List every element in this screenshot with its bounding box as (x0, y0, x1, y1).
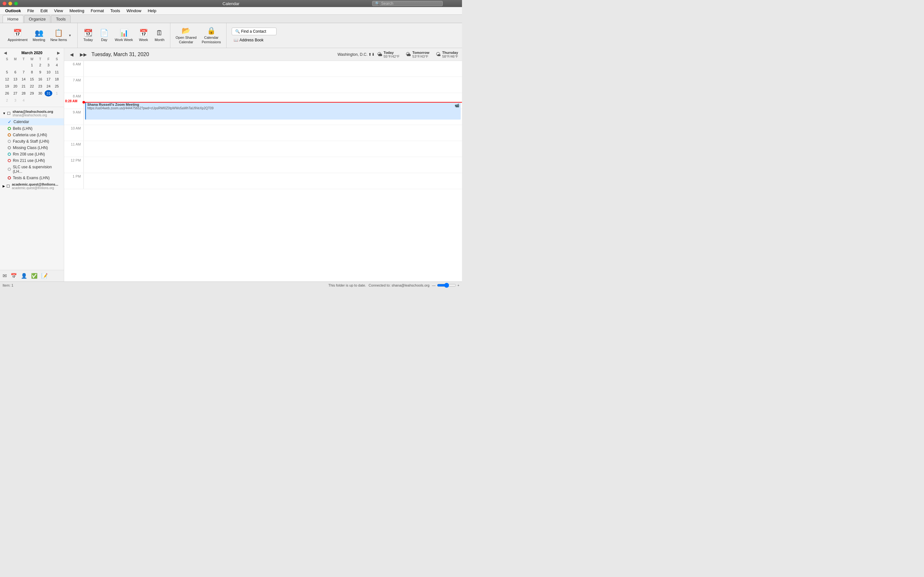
account-checkbox[interactable]: ☐ (6, 184, 10, 189)
mini-cal-prev[interactable]: ◀ (3, 51, 8, 55)
mini-cal-day[interactable]: 11 (53, 69, 61, 75)
calendar-icon[interactable]: 📅 (11, 273, 17, 279)
mini-cal-day[interactable] (11, 62, 19, 68)
mini-cal-day[interactable] (3, 62, 11, 68)
time-slot[interactable] (83, 61, 462, 77)
calendar-item[interactable]: ✓ Calendar (0, 118, 64, 125)
mini-cal-day[interactable]: 10 (45, 69, 52, 75)
zoom-out-icon[interactable]: — (432, 284, 436, 287)
menu-edit[interactable]: Edit (38, 8, 50, 14)
menu-help[interactable]: Help (145, 8, 159, 14)
time-slot[interactable] (83, 157, 462, 173)
cal-prev-btn[interactable]: ◀ (68, 51, 75, 58)
mini-cal-day[interactable]: 8 (28, 69, 36, 75)
time-slot[interactable] (83, 77, 462, 93)
mini-cal-day[interactable]: 30 (36, 90, 44, 97)
zoom-slider[interactable]: — + (432, 283, 459, 288)
mini-cal-day[interactable]: 16 (36, 76, 44, 82)
maximize-button[interactable] (14, 2, 18, 5)
time-slot[interactable] (83, 125, 462, 141)
day-button[interactable]: 📄 Day (96, 25, 112, 46)
tasks-icon[interactable]: ✅ (31, 273, 37, 279)
mini-cal-day[interactable]: 19 (3, 83, 11, 89)
notes-icon[interactable]: 📝 (41, 273, 48, 279)
mini-cal-day[interactable]: 3 (11, 97, 19, 103)
mini-cal-day[interactable]: 17 (45, 76, 52, 82)
mini-cal-day[interactable] (36, 97, 44, 103)
menu-file[interactable]: File (25, 8, 37, 14)
open-shared-calendar-button[interactable]: 📂 Open SharedCalendar (173, 25, 199, 46)
minimize-button[interactable] (8, 2, 12, 5)
new-items-chevron[interactable]: ▼ (68, 32, 72, 39)
work-week-button[interactable]: 📊 Work Week (112, 25, 136, 46)
calendar-item[interactable]: Missing Class (LHN) (0, 145, 64, 151)
mini-cal-day[interactable]: 13 (11, 76, 19, 82)
time-slot[interactable] (83, 141, 462, 157)
mini-cal-day[interactable]: 15 (28, 76, 36, 82)
close-button[interactable] (3, 2, 6, 5)
mini-cal-day[interactable]: 5 (3, 69, 11, 75)
menu-tools[interactable]: Tools (108, 8, 123, 14)
mini-cal-day[interactable]: 3 (45, 62, 52, 68)
search-box[interactable]: 🔍 Search (372, 1, 443, 6)
today-button[interactable]: 📆 Today (80, 25, 96, 46)
mini-cal-day[interactable] (28, 97, 36, 103)
tab-organize[interactable]: Organize (24, 15, 51, 23)
mini-cal-day[interactable]: 26 (3, 90, 11, 97)
calendar-item[interactable]: SLC use & supervision (LH... (0, 164, 64, 175)
mini-cal-day[interactable]: 4 (20, 97, 27, 103)
mini-cal-day[interactable]: 6 (11, 69, 19, 75)
new-items-button[interactable]: 📋 New Items ▼ (48, 25, 75, 46)
tab-home[interactable]: Home (3, 15, 23, 23)
month-button[interactable]: 🗓 Month (152, 25, 168, 46)
mini-cal-day[interactable]: 9 (36, 69, 44, 75)
mini-cal-day[interactable]: 27 (11, 90, 19, 97)
calendar-item[interactable]: Cafeteria use (LHN) (0, 132, 64, 138)
mini-cal-day[interactable]: 1 (28, 62, 36, 68)
cal-prev-next-btn[interactable]: ▶▶ (78, 51, 89, 58)
mini-cal-day[interactable] (20, 62, 27, 68)
account-header[interactable]: ▶ ☐ academic.quest@lhnlions... academic.… (0, 181, 64, 191)
mini-cal-day[interactable]: 28 (20, 90, 27, 97)
mini-cal-next[interactable]: ▶ (56, 51, 61, 55)
menu-format[interactable]: Format (88, 8, 107, 14)
address-book-button[interactable]: 📖 Address Book (232, 37, 276, 44)
mini-cal-day[interactable]: 29 (28, 90, 36, 97)
menu-outlook[interactable]: Outlook (3, 8, 23, 14)
account-checkbox[interactable]: ☐ (7, 111, 11, 116)
appointment-button[interactable]: 📅 Appointment (5, 25, 30, 46)
mini-cal-day[interactable] (53, 97, 61, 103)
calendar-item[interactable]: Rm 208 use (LHN) (0, 151, 64, 157)
mini-cal-day[interactable]: 1 (53, 90, 61, 97)
mini-cal-day[interactable]: 23 (36, 83, 44, 89)
mini-cal-day[interactable]: 2 (3, 97, 11, 103)
calendar-permissions-button[interactable]: 🔒 CalendarPermissions (199, 25, 224, 46)
menu-view[interactable]: View (51, 8, 65, 14)
mini-cal-day[interactable]: 14 (20, 76, 27, 82)
mini-cal-day[interactable]: 2 (36, 62, 44, 68)
zoom-in-icon[interactable]: + (457, 284, 459, 287)
account-header[interactable]: ▼ ☐ shana@leahschools.org shana@leahscho… (0, 108, 64, 118)
mini-cal-day[interactable]: 22 (28, 83, 36, 89)
mini-cal-day[interactable]: 20 (11, 83, 19, 89)
contacts-icon[interactable]: 👤 (21, 273, 27, 279)
mini-cal-day[interactable]: 24 (45, 83, 52, 89)
mini-cal-day[interactable]: 4 (53, 62, 61, 68)
mail-icon[interactable]: ✉ (3, 273, 7, 279)
mini-cal-day[interactable]: 31 (45, 90, 52, 97)
calendar-item[interactable]: Faculty & Staff (LHN) (0, 138, 64, 145)
mini-cal-day[interactable]: 12 (3, 76, 11, 82)
time-slot[interactable] (83, 173, 462, 189)
calendar-event[interactable]: Shana Russell's Zoom Meeting https://us0… (85, 102, 461, 119)
location-selector[interactable]: Washington, D.C. ⬆⬇ (338, 52, 375, 57)
window-controls[interactable] (3, 2, 18, 5)
mini-cal-day[interactable]: 25 (53, 83, 61, 89)
mini-cal-day[interactable] (45, 97, 52, 103)
find-contact-button[interactable]: 🔍 Find a Contact (232, 27, 276, 35)
calendar-item[interactable]: Rm 211 use (LHN) (0, 157, 64, 164)
calendar-item[interactable]: Bells (LHN) (0, 125, 64, 132)
week-button[interactable]: 📅 Week (136, 25, 152, 46)
mini-cal-day[interactable]: 21 (20, 83, 27, 89)
mini-cal-day[interactable]: 18 (53, 76, 61, 82)
zoom-range[interactable] (437, 283, 456, 288)
